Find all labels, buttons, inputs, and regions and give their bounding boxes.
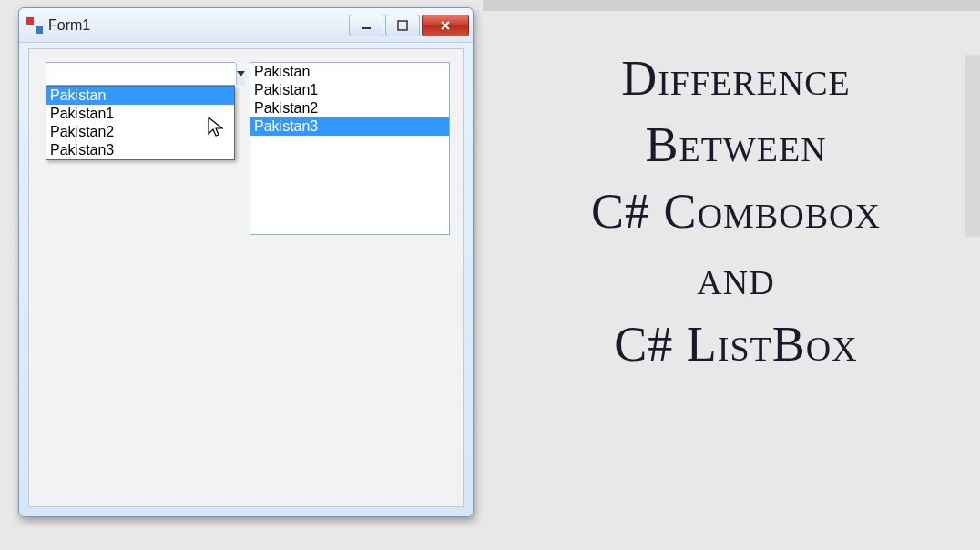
slide-title: Difference Between C# Combobox and C# Li… [510,46,962,377]
listbox-item[interactable]: Pakistan [250,63,449,81]
background-stripe [965,55,980,237]
maximize-icon [397,20,408,31]
combobox[interactable] [46,62,235,86]
titlebar[interactable]: Form1 [19,8,473,43]
title-line: Difference [510,46,962,112]
title-line: C# ListBox [510,311,962,378]
combobox-item[interactable]: Pakistan3 [46,141,234,159]
combobox-dropdown[interactable]: Pakistan Pakistan1 Pakistan2 Pakistan3 [46,86,235,160]
combobox-item[interactable]: Pakistan1 [46,105,234,123]
combobox-item[interactable]: Pakistan [46,87,234,105]
combobox-item[interactable]: Pakistan2 [46,123,234,141]
title-line: C# Combobox [510,178,962,245]
svg-rect-0 [362,27,371,29]
maximize-button[interactable] [385,15,420,36]
window-title: Form1 [48,17,349,34]
form-window: Form1 Pakistan Pakistan1 Pakistan2 Pakis… [18,7,474,517]
background-stripe [483,0,980,11]
close-button[interactable] [422,15,469,36]
title-line: and [510,245,962,311]
minimize-button[interactable] [349,15,383,36]
listbox-item[interactable]: Pakistan2 [250,99,449,117]
listbox-item[interactable]: Pakistan3 [250,117,449,136]
svg-rect-1 [398,21,407,30]
listbox[interactable]: Pakistan Pakistan1 Pakistan2 Pakistan3 [250,62,450,235]
combobox-input[interactable] [46,63,236,85]
combobox-drop-button[interactable] [236,63,245,85]
title-line: Between [510,112,962,178]
app-icon [26,17,43,34]
chevron-down-icon [237,71,245,76]
window-buttons [349,15,469,36]
minimize-icon [361,20,372,31]
close-icon [439,19,452,32]
listbox-item[interactable]: Pakistan1 [250,81,449,99]
form-client-area: Pakistan Pakistan1 Pakistan2 Pakistan3 P… [28,48,464,507]
